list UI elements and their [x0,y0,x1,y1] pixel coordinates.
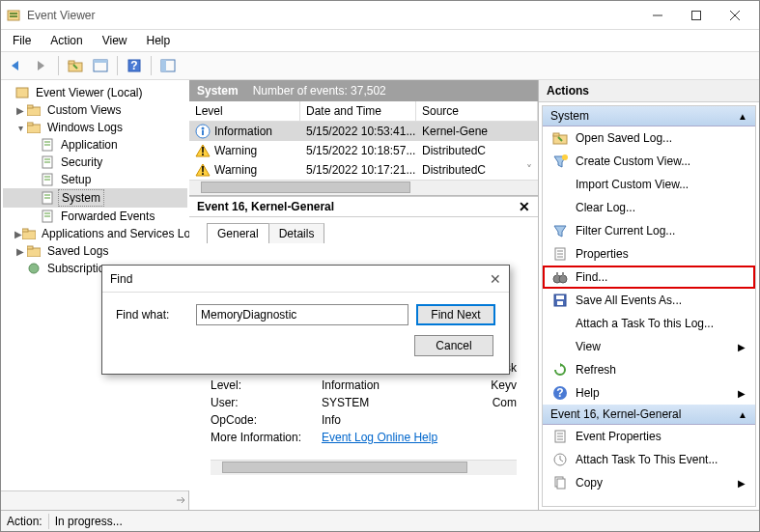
actions-section-event[interactable]: Event 16, Kernel-General▲ [543,405,755,425]
list-row[interactable]: !Warning 5/15/2022 10:18:57... Distribut… [189,141,538,160]
action-attach-task-to-this-event[interactable]: Attach Task To This Event... [543,448,755,471]
tree-security[interactable]: Security [3,154,187,171]
tree-setup[interactable]: Setup [3,171,187,188]
action-open-saved-log[interactable]: Open Saved Log... [543,126,755,150]
find-dialog: Find ✕ Find what: Find Next Cancel [101,265,510,375]
details-header: Event 16, Kernel-General ✕ [189,196,538,217]
dialog-title: Find [110,272,132,286]
menu-help[interactable]: Help [139,31,179,50]
toolbar-panel2-icon[interactable] [156,54,180,77]
action-clear-log[interactable]: Clear Log... [543,196,755,219]
action-find[interactable]: Find... [543,266,755,289]
blank-icon [552,177,568,192]
tree-forwarded[interactable]: Forwarded Events [3,208,187,225]
svg-point-47 [562,154,568,160]
folder-icon [26,120,42,135]
dialog-close-icon[interactable]: ✕ [490,271,501,287]
tree-saved-logs[interactable]: ▶ Saved Logs [3,242,187,260]
details-close-icon[interactable]: ✕ [519,199,530,214]
left-pane-scrollbar[interactable] [1,490,188,510]
chevron-right-icon[interactable]: ▶ [14,246,26,257]
tree-custom-views[interactable]: ▶ Custom Views [3,101,187,119]
action-copy[interactable]: Copy▶ [543,471,755,494]
event-list: Level Date and Time Source Information 5… [189,101,538,196]
tree-system[interactable]: System [3,188,187,208]
back-button[interactable] [5,54,28,77]
chevron-right-icon: ▶ [738,388,746,399]
svg-rect-42 [202,130,204,135]
copy-icon [552,475,568,490]
find-what-input[interactable] [196,304,408,325]
subscriptions-icon [26,261,42,276]
tab-general[interactable]: General [207,223,269,243]
svg-rect-2 [10,15,17,17]
collapse-icon[interactable]: ▲ [738,409,747,420]
menu-file[interactable]: File [5,31,39,50]
action-attach-a-task-to-this-log[interactable]: Attach a Task To this Log... [543,312,755,335]
window-title: Event Viewer [27,9,638,22]
toolbar-panel-icon[interactable] [89,54,112,77]
warning-icon: ! [195,162,211,178]
svg-rect-14 [161,60,166,71]
blank-icon [552,339,568,354]
tree-application[interactable]: Application [3,136,187,154]
action-filter-current-log[interactable]: Filter Current Log... [543,219,755,242]
chevron-right-icon[interactable]: ▶ [14,229,22,239]
action-import-custom-view[interactable]: Import Custom View... [543,173,755,196]
statusbar: Action: In progress... [1,510,759,531]
event-count: Number of events: 37,502 [253,84,386,98]
collapse-icon[interactable]: ▲ [738,111,747,122]
tree-root[interactable]: Event Viewer (Local) [3,84,187,101]
svg-rect-38 [27,246,33,249]
funnel-icon [552,223,568,238]
binoculars-icon [552,269,568,285]
find-what-label: Find what: [116,308,188,322]
save-icon [552,293,568,308]
svg-text:?: ? [556,386,563,400]
svg-rect-54 [556,272,558,277]
list-row[interactable]: Information 5/15/2022 10:53:41... Kernel… [189,122,538,141]
chevron-down-icon[interactable]: ▾ [14,123,26,133]
action-help[interactable]: ?Help▶ [543,381,755,405]
svg-text:?: ? [130,59,137,72]
menu-action[interactable]: Action [42,31,90,50]
svg-rect-4 [692,11,701,19]
col-source[interactable]: Source [416,101,538,121]
close-button[interactable] [716,2,754,29]
actions-pane: Actions System▲ Open Saved Log...Create … [539,80,759,510]
forward-button[interactable] [30,54,53,77]
minimize-button[interactable] [638,2,677,29]
refresh-icon [552,362,568,378]
find-next-button[interactable]: Find Next [416,304,495,325]
svg-rect-36 [22,229,28,232]
col-date[interactable]: Date and Time [300,101,416,121]
svg-text:!: ! [201,164,205,178]
action-refresh[interactable]: Refresh [543,358,755,381]
toolbar-folder-icon[interactable] [64,54,87,77]
details-scrollbar[interactable] [211,460,517,475]
action-event-properties[interactable]: Event Properties [543,425,755,448]
svg-rect-10 [94,60,107,63]
toolbar: ? [1,51,759,80]
action-properties[interactable]: Properties [543,242,755,266]
titlebar: Event Viewer [1,1,759,30]
tree-windows-logs[interactable]: ▾ Windows Logs [3,119,187,136]
tab-details[interactable]: Details [268,223,325,243]
svg-rect-58 [557,301,563,305]
horizontal-scrollbar[interactable] [189,180,538,195]
svg-rect-19 [27,123,33,126]
action-view[interactable]: View▶ [543,335,755,358]
action-save-all-events-as[interactable]: Save All Events As... [543,289,755,312]
col-level[interactable]: Level [189,101,300,121]
event-log-help-link[interactable]: Event Log Online Help [322,431,478,444]
log-icon [40,154,55,170]
menu-view[interactable]: View [95,31,135,50]
actions-section-system[interactable]: System▲ [543,106,755,126]
chevron-right-icon[interactable]: ▶ [14,105,26,116]
tree-apps-services[interactable]: ▶ Applications and Services Lo [3,225,187,242]
toolbar-help-icon[interactable]: ? [123,54,146,77]
action-create-custom-view[interactable]: Create Custom View... [543,150,755,173]
cancel-button[interactable]: Cancel [414,335,493,356]
maximize-button[interactable] [677,2,716,29]
list-row[interactable]: !Warning 5/15/2022 10:17:21... Distribut… [189,160,538,180]
